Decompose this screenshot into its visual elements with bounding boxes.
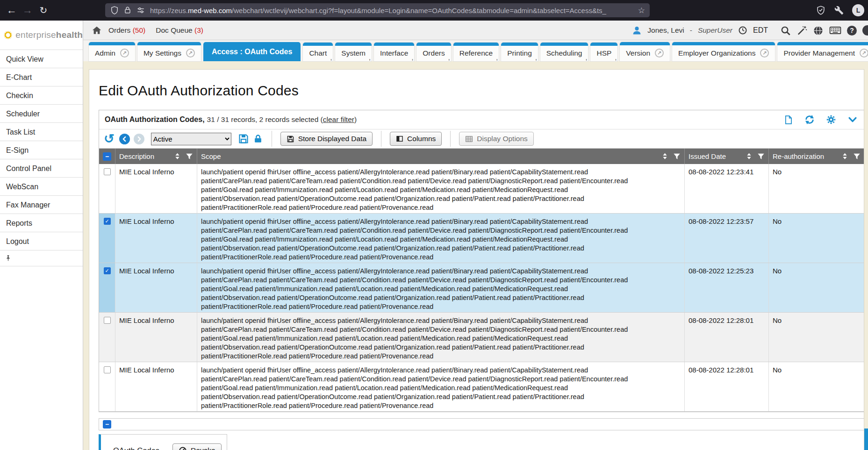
clipped-header-icon[interactable] [862, 25, 868, 36]
tab-orders[interactable]: Orders, [416, 43, 451, 61]
collapse-icon[interactable]: − [103, 420, 111, 429]
table-row[interactable]: ✓ MIE Local Inferno launch/patient openi… [99, 263, 864, 313]
sidebar-item-webscan[interactable]: WebScan [0, 178, 83, 196]
external-link-icon[interactable]: ↗ [186, 49, 195, 57]
tab-reference[interactable]: Reference, [453, 43, 499, 61]
tab-access-oauth-codes[interactable]: Access : OAuth Codes [203, 42, 301, 61]
sidebar-item-quick-view[interactable]: Quick View [0, 50, 83, 68]
tab-hsp[interactable]: HSP, [590, 43, 617, 61]
clock-icon[interactable] [738, 26, 747, 35]
sidebar-item-e-sign[interactable]: E-Sign [0, 141, 83, 159]
row-checkbox[interactable] [104, 317, 111, 324]
tab-admin[interactable]: Admin↗ [89, 42, 135, 61]
status-filter-select[interactable]: Active [151, 133, 231, 145]
save-filter-icon[interactable] [238, 133, 249, 144]
browser-profile-avatar[interactable]: L [852, 4, 864, 16]
table-row[interactable]: MIE Local Inferno launch/patient openid … [99, 362, 864, 412]
doc-queue-link[interactable]: Doc Queue (3) [156, 26, 203, 35]
column-header-description[interactable]: Description [115, 149, 197, 164]
display-options-button[interactable]: Display Options [459, 132, 534, 146]
bookmark-star-icon[interactable]: ☆ [638, 6, 645, 15]
browser-back-icon[interactable]: ← [4, 4, 20, 16]
column-header-re-authorization[interactable]: Re-authorization [769, 149, 864, 164]
tab-employer-organizations[interactable]: Employer Organizations↗ [672, 42, 775, 61]
row-checkbox[interactable] [104, 366, 111, 373]
column-header-issued-date[interactable]: Issued Date [685, 149, 769, 164]
scope-cell: launch/patient openid fhirUser offline_a… [197, 164, 685, 213]
row-checkbox[interactable]: ✓ [104, 267, 111, 274]
sidebar-item-checkin[interactable]: Checkin [0, 86, 83, 105]
home-icon[interactable] [92, 25, 102, 36]
undo-icon[interactable]: ↺ [104, 133, 115, 145]
filter-icon[interactable] [757, 153, 765, 160]
tab-my-settings[interactable]: My Settings↗ [137, 42, 201, 61]
sort-icon[interactable] [174, 152, 181, 160]
tab-scheduling[interactable]: Scheduling, [540, 43, 588, 61]
shield-icon[interactable] [110, 6, 119, 15]
external-link-icon[interactable]: ↗ [760, 49, 769, 57]
sidebar-item-reports[interactable]: Reports [0, 214, 83, 232]
sidebar-item-e-chart[interactable]: E-Chart [0, 68, 83, 86]
columns-button[interactable]: Columns [390, 132, 442, 146]
external-link-icon[interactable]: ↗ [120, 49, 129, 57]
url-text[interactable]: https://zeus.med-web.com/webchart/wctlev… [150, 7, 634, 14]
row-checkbox[interactable]: ✓ [104, 218, 111, 225]
tab-version[interactable]: Version↗ [620, 42, 670, 61]
clear-filter-link[interactable]: clear filter [323, 115, 354, 123]
table-row[interactable]: MIE Local Inferno launch/patient openid … [99, 313, 864, 362]
user-name[interactable]: Jones, Levi [647, 26, 684, 35]
table-row[interactable]: ✓ MIE Local Inferno launch/patient openi… [99, 214, 864, 263]
browser-reload-icon[interactable]: ↻ [36, 5, 51, 16]
page-scrollbar[interactable] [864, 69, 868, 450]
next-page-icon[interactable] [134, 134, 144, 144]
sidebar-item-fax-manager[interactable]: Fax Manager [0, 196, 83, 214]
sidebar-item-task-list[interactable]: Task List [0, 123, 83, 141]
description-cell: MIE Local Inferno [115, 214, 197, 263]
filter-icon[interactable] [186, 153, 193, 160]
sidebar-item-logout[interactable]: Logout [0, 232, 83, 250]
sort-icon[interactable] [841, 152, 848, 160]
revoke-button[interactable]: Revoke [172, 443, 222, 450]
store-displayed-data-button[interactable]: Store Displayed Data [280, 132, 373, 146]
browser-toolbar: ← → ↻ https://zeus.med-web.com/webchart/… [0, 0, 868, 21]
sidebar-item-control-panel[interactable]: Control Panel [0, 159, 83, 178]
tab-system[interactable]: System, [335, 43, 372, 61]
timezone-label[interactable]: EDT [753, 26, 768, 35]
sidebar-item-scheduler[interactable]: Scheduler [0, 105, 83, 123]
table-row[interactable]: MIE Local Inferno launch/patient openid … [99, 164, 864, 214]
tab-printing[interactable]: Printing, [501, 43, 538, 61]
tab-interface[interactable]: Interface, [374, 43, 414, 61]
orders-link[interactable]: Orders (50) [108, 26, 145, 35]
new-document-icon[interactable] [783, 115, 793, 125]
external-link-icon[interactable]: ↗ [860, 49, 868, 57]
help-icon[interactable]: ? [847, 26, 857, 36]
scrollbar-thumb[interactable] [864, 429, 868, 450]
address-bar[interactable]: https://zeus.med-web.com/webchart/wctlev… [105, 3, 650, 17]
refresh-icon[interactable] [804, 114, 815, 125]
filter-icon[interactable] [853, 153, 861, 160]
tab-provider-management[interactable]: Provider Management↗ [777, 42, 868, 61]
tab-chart[interactable]: Chart, [303, 43, 333, 61]
chevron-down-icon[interactable] [847, 114, 858, 125]
sort-icon[interactable] [661, 152, 668, 160]
magic-wand-icon[interactable] [796, 25, 807, 36]
column-header-scope[interactable]: Scope [197, 149, 685, 164]
previous-page-icon[interactable] [119, 134, 130, 144]
sort-icon[interactable] [746, 152, 753, 160]
filter-icon[interactable] [673, 153, 681, 160]
keyboard-icon[interactable] [829, 24, 841, 36]
header-user-area: Jones, Levi - SuperUser EDT ? [632, 21, 868, 40]
row-checkbox[interactable] [104, 168, 111, 175]
lock-icon[interactable] [123, 6, 132, 15]
external-link-icon[interactable]: ↗ [655, 49, 664, 57]
wrench-icon[interactable] [834, 6, 844, 15]
lock-filter-icon[interactable] [253, 133, 263, 144]
search-icon[interactable] [780, 25, 791, 36]
browser-forward-icon[interactable]: → [20, 4, 36, 16]
pin-icon[interactable] [5, 255, 12, 262]
shield-check-icon[interactable] [816, 5, 826, 15]
permissions-icon[interactable] [136, 6, 145, 15]
select-all-checkbox[interactable]: − [103, 152, 111, 161]
globe-icon[interactable] [813, 25, 824, 36]
gear-icon[interactable] [826, 114, 836, 125]
